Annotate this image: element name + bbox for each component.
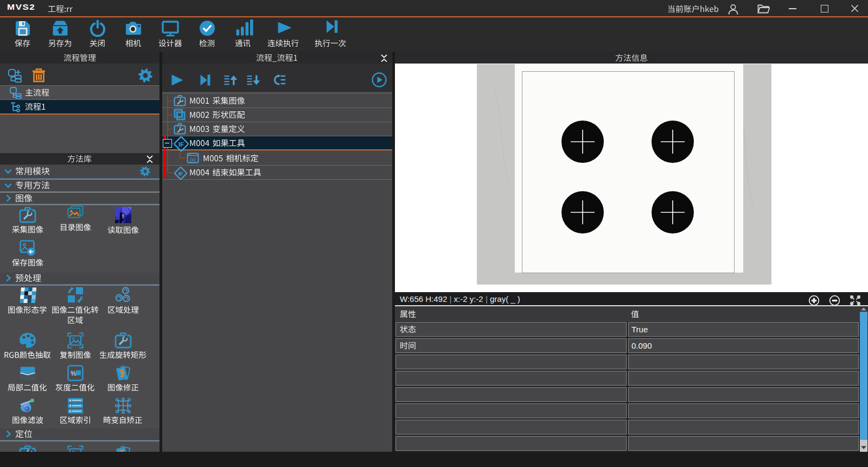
svg-text:(x): (x) [190, 157, 196, 162]
svg-text:IF: IF [178, 171, 183, 176]
svg-text:%: % [71, 370, 76, 377]
svg-text:IF: IF [178, 141, 184, 148]
